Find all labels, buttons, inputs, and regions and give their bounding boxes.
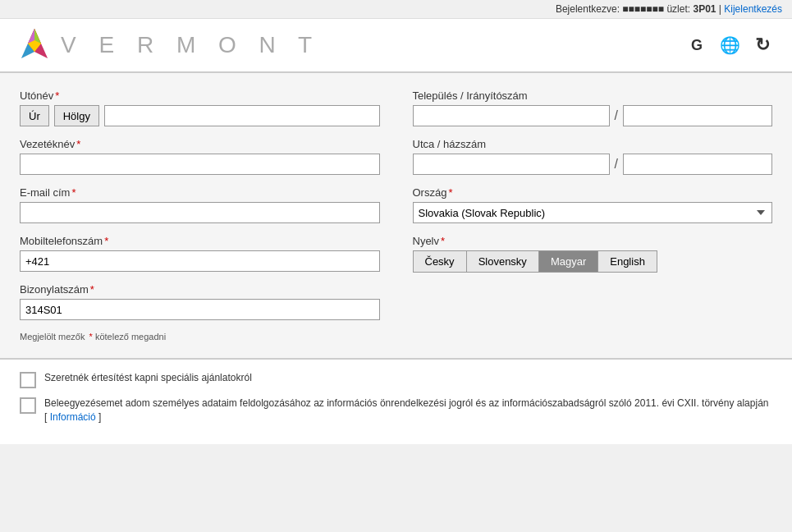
logo-icon — [16, 27, 53, 63]
checkbox2-row: Beleegyezésemet adom személyes adataim f… — [20, 397, 772, 424]
language-row: Česky Slovensky Magyar English — [413, 250, 773, 273]
translate-icon: 🌐 — [720, 35, 740, 55]
header: V E R M O N T G 🌐 ↻ — [0, 19, 792, 73]
right-column: Település / Irányítószám / Utca / házszá… — [413, 89, 773, 342]
lang-magyar-button[interactable]: Magyar — [538, 250, 597, 273]
translate-icon-button[interactable]: 🌐 — [716, 32, 743, 58]
required-note: Megjelölt mezők * kötelező megadni — [20, 332, 380, 342]
language-label: Nyelv* — [413, 235, 773, 247]
g-icon: G — [691, 37, 703, 54]
invoice-input[interactable] — [20, 299, 380, 320]
city-input[interactable] — [413, 105, 610, 126]
phone-label: Mobiltelefonszám* — [20, 235, 380, 247]
email-group: E-mail cím* — [20, 186, 380, 223]
invoice-group: Bizonylatszám* — [20, 283, 380, 320]
store-code: 3P01 — [693, 3, 716, 15]
first-name-input[interactable] — [104, 105, 380, 126]
phone-input[interactable] — [20, 250, 380, 272]
city-label: Település / Irányítószám — [413, 89, 773, 102]
street-label: Utca / házszám — [413, 138, 773, 150]
info-link[interactable]: Információ — [50, 411, 96, 423]
country-label: Ország* — [413, 186, 773, 199]
city-zip-separator: / — [615, 108, 618, 123]
lang-english-button[interactable]: English — [597, 250, 657, 273]
logged-in-label: Bejelentkezve: — [556, 3, 620, 15]
email-label: E-mail cím* — [20, 186, 380, 199]
invoice-label: Bizonylatszám* — [20, 283, 380, 296]
last-name-input[interactable] — [20, 154, 380, 175]
invoice-required: * — [90, 283, 94, 296]
user-name: ■■■■■■■ — [622, 3, 664, 15]
first-name-required: * — [55, 89, 59, 102]
logo: V E R M O N T — [16, 27, 320, 63]
checkbox1[interactable] — [20, 372, 36, 388]
header-icons: G 🌐 ↻ — [684, 32, 776, 58]
country-group: Ország* Slovakia (Slovak Republic) Czech… — [413, 186, 773, 223]
lang-slovensky-button[interactable]: Slovensky — [466, 250, 538, 273]
main-content: Utónév* Úr Hölgy Vezetéknév* E-mail cím* — [0, 73, 792, 358]
title-holgy-button[interactable]: Hölgy — [54, 105, 99, 126]
title-ur-button[interactable]: Úr — [20, 105, 49, 126]
checkbox1-row: Szeretnék értesítést kapni speciális ajá… — [20, 371, 772, 388]
country-select[interactable]: Slovakia (Slovak Republic) Czech Republi… — [413, 202, 773, 223]
street-house-row: / — [413, 154, 773, 175]
street-house-separator: / — [615, 157, 618, 172]
first-name-group: Utónév* Úr Hölgy — [20, 89, 380, 126]
last-name-group: Vezetéknév* — [20, 138, 380, 175]
checkbox2[interactable] — [20, 397, 36, 414]
country-required: * — [448, 186, 452, 199]
last-name-required: * — [76, 138, 80, 150]
street-group: Utca / házszám / — [413, 138, 773, 175]
checkbox2-label: Beleegyezésemet adom személyes adataim f… — [44, 397, 772, 424]
city-group: Település / Irányítószám / — [413, 89, 773, 126]
left-column: Utónév* Úr Hölgy Vezetéknév* E-mail cím* — [20, 89, 380, 342]
email-required: * — [71, 186, 76, 199]
last-name-label: Vezetéknév* — [20, 138, 380, 150]
bottom-section: Szeretnék értesítést kapni speciális ajá… — [0, 358, 792, 444]
logo-text: V E R M O N T — [61, 32, 320, 58]
refresh-icon-button[interactable]: ↻ — [749, 32, 776, 58]
first-name-label: Utónév* — [20, 89, 380, 102]
checkbox1-label: Szeretnék értesítést kapni speciális ajá… — [44, 371, 252, 385]
city-zip-row: / — [413, 105, 773, 126]
refresh-icon: ↻ — [755, 34, 770, 56]
top-bar: Bejelentkezve: ■■■■■■■ üzlet: 3P01 | Kij… — [0, 0, 792, 19]
house-input[interactable] — [623, 154, 772, 175]
lang-cesky-button[interactable]: Česky — [413, 250, 466, 273]
store-label: üzlet: — [666, 3, 690, 15]
phone-group: Mobiltelefonszám* — [20, 235, 380, 272]
phone-required: * — [104, 235, 108, 247]
street-input[interactable] — [413, 154, 610, 175]
language-group: Nyelv* Česky Slovensky Magyar English — [413, 235, 773, 273]
zip-input[interactable] — [623, 105, 772, 126]
email-input[interactable] — [20, 202, 380, 223]
title-row: Úr Hölgy — [20, 105, 380, 126]
language-required: * — [441, 235, 445, 247]
logout-link[interactable]: Kijelentkezés — [724, 3, 782, 15]
g-icon-button[interactable]: G — [684, 32, 710, 58]
